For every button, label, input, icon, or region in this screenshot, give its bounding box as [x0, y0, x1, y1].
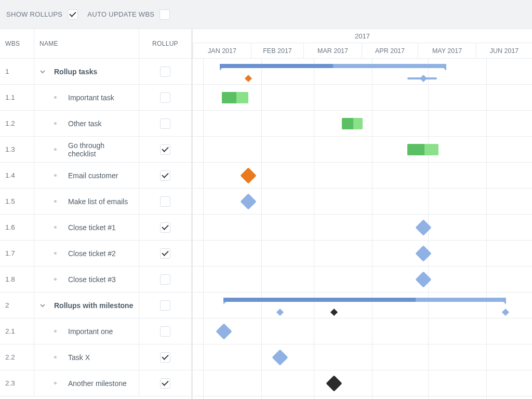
- timeline-row: [193, 292, 532, 318]
- wbs-cell: 1.7: [0, 241, 34, 266]
- task-name-label: Task X: [68, 353, 90, 362]
- timeline-months-header: JAN 2017FEB 2017MAR 2017APR 2017MAY 2017…: [193, 43, 532, 58]
- timeline-pane[interactable]: 2017 JAN 2017FEB 2017MAR 2017APR 2017MAY…: [193, 29, 532, 399]
- wbs-cell: 2.1: [0, 318, 34, 344]
- name-cell[interactable]: Rollup tasks: [34, 59, 139, 84]
- name-cell[interactable]: Go through checklist: [34, 137, 139, 162]
- column-header-name[interactable]: Name: [34, 29, 139, 58]
- rollup-cell: [139, 267, 191, 292]
- rollup-checkbox[interactable]: [160, 118, 170, 129]
- rollup-checkbox[interactable]: [160, 248, 170, 259]
- timeline-row: [193, 85, 532, 111]
- table-row[interactable]: 2.3Another milestone: [0, 370, 191, 396]
- chevron-down-icon[interactable]: [39, 302, 46, 309]
- table-row[interactable]: 1Rollup tasks: [0, 59, 191, 85]
- table-row[interactable]: 1.5Make list of emails: [0, 189, 191, 215]
- auto-update-control: Auto update WBS: [87, 9, 170, 20]
- name-cell[interactable]: Important one: [34, 318, 139, 344]
- wbs-cell: 1: [0, 59, 34, 84]
- rollup-checkbox[interactable]: [160, 352, 170, 363]
- leaf-bullet-icon: [54, 330, 57, 332]
- timeline-row: [193, 59, 532, 85]
- rollup-cell: [139, 292, 191, 318]
- task-list-body: 1Rollup tasks1.1Important task1.2Other t…: [0, 59, 191, 396]
- task-name-label: Another milestone: [68, 379, 127, 388]
- chevron-down-icon[interactable]: [39, 69, 46, 75]
- show-rollups-label: Show rollups: [6, 10, 62, 18]
- timeline-year-header: 2017: [193, 29, 532, 43]
- wbs-cell: 1.2: [0, 111, 34, 136]
- rollup-checkbox[interactable]: [160, 326, 170, 337]
- name-cell[interactable]: Close ticket #2: [34, 241, 139, 266]
- timeline-row: [193, 111, 532, 137]
- leaf-bullet-icon: [54, 122, 57, 125]
- rollup-checkbox[interactable]: [160, 92, 170, 103]
- rollup-cell: [139, 59, 191, 84]
- leaf-bullet-icon: [54, 382, 57, 384]
- leaf-bullet-icon: [54, 278, 57, 281]
- task-name-label: Rollup tasks: [54, 68, 97, 76]
- rollup-cell: [139, 318, 191, 344]
- rollup-cell: [139, 163, 191, 188]
- timeline-month-header: FEB 2017: [251, 43, 304, 58]
- auto-update-wbs-label: Auto update WBS: [87, 10, 154, 18]
- timeline-month-header: MAY 2017: [418, 43, 476, 58]
- rollup-cell: [139, 370, 191, 396]
- name-cell[interactable]: Rollups with milestone: [34, 292, 139, 318]
- table-row[interactable]: 1.6Close ticket #1: [0, 215, 191, 241]
- rollup-cell: [139, 137, 191, 162]
- task-name-label: Close ticket #2: [68, 249, 116, 258]
- timeline-row: [193, 241, 532, 267]
- name-cell[interactable]: Close ticket #1: [34, 215, 139, 240]
- name-cell[interactable]: Make list of emails: [34, 189, 139, 214]
- rollup-checkbox[interactable]: [160, 222, 170, 233]
- name-cell[interactable]: Important task: [34, 85, 139, 110]
- rollup-checkbox[interactable]: [160, 66, 170, 77]
- show-rollups-checkbox[interactable]: [68, 9, 78, 20]
- name-cell[interactable]: Email customer: [34, 163, 139, 188]
- show-rollups-control: Show rollups: [6, 9, 78, 20]
- leaf-bullet-icon: [54, 356, 57, 358]
- column-header-wbs[interactable]: WBS: [0, 29, 34, 58]
- rollup-cell: [139, 215, 191, 240]
- auto-update-wbs-checkbox[interactable]: [159, 9, 170, 20]
- rollup-checkbox[interactable]: [160, 300, 170, 311]
- name-cell[interactable]: Other task: [34, 111, 139, 136]
- rollup-checkbox[interactable]: [160, 274, 170, 285]
- wbs-cell: 1.1: [0, 85, 34, 110]
- name-cell[interactable]: Task X: [34, 344, 139, 370]
- task-list-header: WBS Name Rollup: [0, 29, 191, 59]
- task-name-label: Important one: [68, 327, 113, 336]
- timeline-row: [193, 370, 532, 396]
- rollup-cell: [139, 241, 191, 266]
- task-name-label: Go through checklist: [68, 141, 134, 158]
- rollup-checkbox[interactable]: [160, 196, 170, 207]
- table-row[interactable]: 1.4Email customer: [0, 163, 191, 189]
- table-row[interactable]: 2.2Task X: [0, 344, 191, 370]
- timeline-row: [193, 189, 532, 215]
- column-header-rollup[interactable]: Rollup: [139, 29, 191, 58]
- rollup-checkbox[interactable]: [160, 170, 170, 181]
- timeline-row: [193, 163, 532, 189]
- table-row[interactable]: 1.2Other task: [0, 111, 191, 137]
- timeline-month-header: APR 2017: [362, 43, 418, 58]
- table-row[interactable]: 1.3Go through checklist: [0, 137, 191, 163]
- rollup-cell: [139, 111, 191, 136]
- table-row[interactable]: 2.1Important one: [0, 318, 191, 344]
- wbs-cell: 1.3: [0, 137, 34, 162]
- gantt-grid: WBS Name Rollup 1Rollup tasks1.1Importan…: [0, 29, 532, 399]
- table-row[interactable]: 2Rollups with milestone: [0, 292, 191, 318]
- rollup-checkbox[interactable]: [160, 144, 170, 155]
- table-row[interactable]: 1.8Close ticket #3: [0, 267, 191, 292]
- rollup-checkbox[interactable]: [160, 378, 170, 389]
- wbs-cell: 1.6: [0, 215, 34, 240]
- wbs-cell: 2: [0, 292, 34, 318]
- name-cell[interactable]: Another milestone: [34, 370, 139, 396]
- rollup-cell: [139, 344, 191, 370]
- timeline-month-header: JAN 2017: [193, 43, 251, 58]
- leaf-bullet-icon: [54, 252, 57, 255]
- name-cell[interactable]: Close ticket #3: [34, 267, 139, 292]
- timeline-row: [193, 344, 532, 370]
- table-row[interactable]: 1.7Close ticket #2: [0, 241, 191, 267]
- table-row[interactable]: 1.1Important task: [0, 85, 191, 111]
